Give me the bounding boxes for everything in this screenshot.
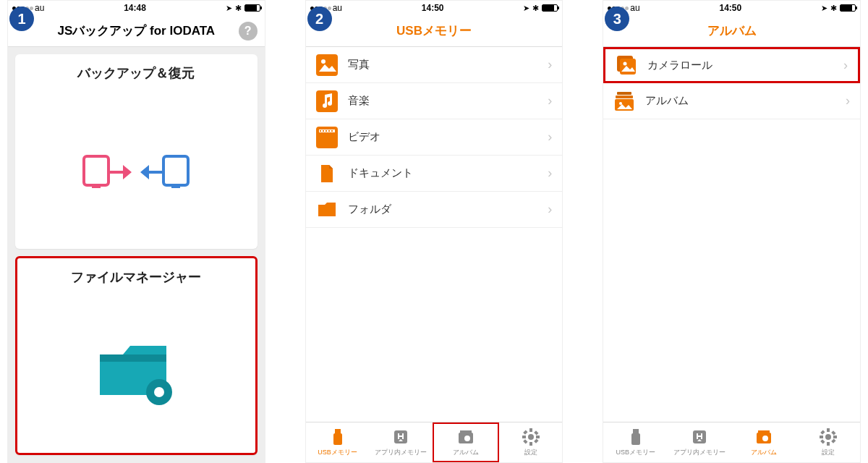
chevron-right-icon: › <box>548 166 552 181</box>
photo-icon <box>316 54 338 76</box>
svg-point-12 <box>321 59 326 64</box>
list-item-documents[interactable]: ドキュメント › <box>306 156 563 192</box>
svg-rect-16 <box>320 130 321 132</box>
svg-rect-1 <box>92 185 101 188</box>
tab-settings[interactable]: 設定 <box>796 422 860 462</box>
list-item-label: アルバム <box>645 94 846 108</box>
battery-icon <box>840 4 856 12</box>
svg-rect-34 <box>534 430 538 435</box>
svg-rect-2 <box>163 156 188 185</box>
tab-app-memory[interactable]: アプリ内メモリー <box>668 422 732 462</box>
tab-app-memory[interactable]: アプリ内メモリー <box>369 422 433 462</box>
list-item-label: 写真 <box>348 58 548 72</box>
list-item-video[interactable]: ビデオ › <box>306 119 563 156</box>
screen-1: 1 au 14:48 ➤ ✱ JSバックアップ for IODATA ? バック… <box>7 0 265 463</box>
svg-point-48 <box>762 436 768 441</box>
svg-rect-28 <box>529 428 532 432</box>
screen-title: アルバム <box>707 22 757 39</box>
tab-album[interactable]: アルバム <box>433 422 499 462</box>
list-item-music[interactable]: 音楽 › <box>306 83 563 119</box>
tab-bar: USBメモリー アプリ内メモリー アルバム 設定 <box>603 422 860 462</box>
svg-rect-18 <box>326 130 327 132</box>
step-badge: 1 <box>9 7 34 31</box>
music-icon <box>316 90 338 112</box>
svg-rect-55 <box>831 438 835 443</box>
list-item-label: フォルダ <box>348 203 548 216</box>
svg-rect-47 <box>758 430 770 433</box>
nav-header: アルバム <box>603 15 860 47</box>
svg-rect-39 <box>617 92 631 95</box>
svg-rect-4 <box>100 354 166 362</box>
svg-point-6 <box>154 387 164 397</box>
bluetooth-icon: ✱ <box>235 4 242 13</box>
location-icon: ➤ <box>821 4 827 13</box>
svg-rect-11 <box>316 54 338 76</box>
chevron-right-icon: › <box>843 58 848 73</box>
status-bar: au 14:50 ➤ ✱ <box>603 1 860 15</box>
help-button[interactable]: ? <box>239 22 258 41</box>
svg-rect-37 <box>620 59 636 75</box>
svg-rect-31 <box>536 436 540 438</box>
chevron-right-icon: › <box>548 202 552 217</box>
svg-rect-19 <box>328 130 330 132</box>
svg-rect-22 <box>333 433 342 445</box>
svg-rect-0 <box>84 156 109 185</box>
folder-icon <box>316 199 338 221</box>
svg-point-42 <box>619 102 622 105</box>
nav-header: JSバックアップ for IODATA ? <box>8 15 265 47</box>
svg-rect-7 <box>158 381 161 385</box>
svg-rect-8 <box>158 399 161 404</box>
backup-restore-icon <box>81 99 191 239</box>
bluetooth-icon: ✱ <box>830 4 837 13</box>
tab-label: 設定 <box>524 448 537 457</box>
list-item-label: カメラロール <box>647 59 843 72</box>
svg-rect-30 <box>522 436 526 438</box>
svg-rect-53 <box>833 436 837 438</box>
list-item-folder[interactable]: フォルダ › <box>306 192 563 228</box>
svg-rect-32 <box>523 430 527 434</box>
svg-rect-54 <box>820 430 825 434</box>
svg-rect-50 <box>827 428 830 432</box>
tab-usb-memory[interactable]: USBメモリー <box>603 422 668 462</box>
list-item-album[interactable]: アルバム › <box>603 83 860 119</box>
tab-label: アプリ内メモリー <box>375 448 427 457</box>
tab-label: アルバム <box>751 448 777 457</box>
chevron-right-icon: › <box>548 129 552 145</box>
list-item-label: ドキュメント <box>348 166 548 180</box>
backup-restore-card[interactable]: バックアップ＆復元 <box>15 54 258 249</box>
svg-rect-10 <box>148 391 152 394</box>
battery-icon <box>542 4 558 12</box>
svg-rect-9 <box>166 391 171 394</box>
chevron-right-icon: › <box>548 93 552 109</box>
tab-settings[interactable]: 設定 <box>499 422 563 462</box>
list-item-label: 音楽 <box>348 94 548 108</box>
svg-rect-40 <box>616 95 633 98</box>
location-icon: ➤ <box>523 4 529 13</box>
list-item-label: ビデオ <box>348 130 548 144</box>
carrier-label: au <box>35 3 44 13</box>
file-manager-card[interactable]: ファイルマネージャー <box>15 256 258 455</box>
status-bar: au 14:50 ➤ ✱ <box>306 1 563 15</box>
document-icon <box>316 163 338 184</box>
photo-stack-icon <box>616 54 637 76</box>
svg-point-38 <box>624 62 627 66</box>
svg-rect-33 <box>534 438 538 443</box>
status-bar: au 14:48 ➤ ✱ <box>8 1 265 15</box>
svg-rect-20 <box>331 130 333 132</box>
screen-2: 2 au 14:50 ➤ ✱ USBメモリー 写真 › 音楽 › ビデオ › <box>305 0 563 463</box>
tab-album[interactable]: アルバム <box>732 422 796 462</box>
svg-rect-3 <box>171 185 180 188</box>
tab-label: アプリ内メモリー <box>673 448 726 457</box>
list-item-camera-roll[interactable]: カメラロール › <box>603 47 860 83</box>
list-item-photos[interactable]: 写真 › <box>306 47 563 83</box>
screen-3: 3 au 14:50 ➤ ✱ アルバム カメラロール › アルバム › USBメ… <box>603 0 861 463</box>
tab-label: 設定 <box>822 448 835 457</box>
carrier-label: au <box>630 3 639 13</box>
tab-bar: USBメモリー アプリ内メモリー アルバム 設定 <box>306 422 563 462</box>
carrier-label: au <box>333 3 342 13</box>
step-badge: 2 <box>307 7 332 31</box>
backup-restore-title: バックアップ＆復元 <box>77 64 195 82</box>
svg-rect-43 <box>633 429 639 433</box>
app-title: JSバックアップ for IODATA <box>58 22 216 39</box>
tab-usb-memory[interactable]: USBメモリー <box>306 422 370 462</box>
